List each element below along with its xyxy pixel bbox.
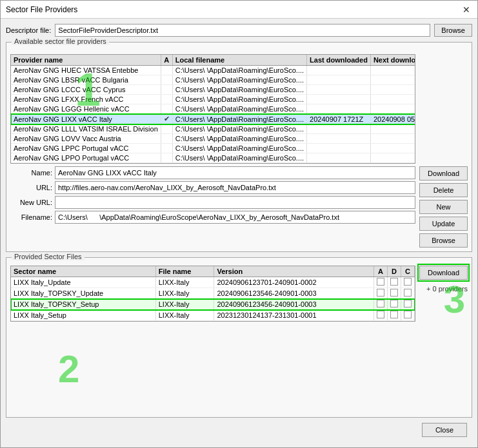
list-item[interactable]: LIXX Italy_Setup LIXX-Italy 202312301241… — [11, 310, 415, 321]
provider-name-cell: AeroNav GNG LCCC vACC Cyprus — [11, 85, 161, 95]
close-icon[interactable]: ✕ — [461, 4, 472, 15]
col-c: C — [401, 266, 415, 277]
provider-name-cell: AeroNav GNG LPPC Portugal vACC — [11, 144, 161, 153]
available-table-container[interactable]: Provider name A Local filename Last down… — [10, 54, 415, 164]
descriptor-row: Descriptor file: Browse — [6, 24, 472, 37]
col-last-downloaded: Last downloaded — [307, 55, 371, 66]
last-downloaded-cell — [307, 153, 371, 163]
local-filename-cell: C:\Users\ \AppData\Roaming\EuroSco.... — [172, 66, 306, 75]
version-cell: 20240906123456-240901-0003 — [214, 299, 374, 310]
next-download-cell — [370, 144, 415, 153]
table-row[interactable]: AeroNav GNG LPPC Portugal vACC C:\Users\… — [11, 144, 415, 153]
sector-name-cell: LIXX Italy_Setup — [11, 310, 155, 321]
download-button[interactable]: Download — [419, 166, 468, 180]
col-sector-name: Sector name — [11, 266, 155, 277]
last-downloaded-cell — [307, 75, 371, 85]
a-cell — [161, 134, 172, 144]
local-filename-cell: C:\Users\ \AppData\Roaming\EuroSco.... — [172, 124, 306, 134]
provider-name-cell: AeroNav GNG LIXX vACC Italy — [11, 114, 161, 124]
close-button[interactable]: Close — [422, 423, 467, 437]
table-row[interactable]: AeroNav GNG LBSR vACC Bulgaria C:\Users\… — [11, 75, 415, 85]
browse-filename-button[interactable]: Browse — [419, 233, 468, 248]
c-cell — [401, 288, 415, 299]
url-row: URL: — [10, 181, 415, 194]
list-item[interactable]: LIXX Italy_TOPSKY_Update LIXX-Italy 2024… — [11, 288, 415, 299]
filename-input[interactable] — [55, 211, 415, 224]
table-row[interactable]: AeroNav GNG LPPO Portugal vACC C:\Users\… — [11, 153, 415, 163]
a-cell — [161, 66, 172, 75]
version-cell: 20231230124137-231301-0001 — [214, 310, 374, 321]
last-downloaded-cell — [307, 134, 371, 144]
col-local-filename: Local filename — [172, 55, 306, 66]
title-bar: Sector File Providers ✕ — [1, 1, 477, 19]
next-download-cell — [370, 95, 415, 104]
url-input[interactable] — [55, 181, 415, 194]
table-row[interactable]: AeroNav GNG LCCC vACC Cyprus C:\Users\ \… — [11, 85, 415, 95]
filename-row: Filename: — [10, 211, 415, 224]
next-download-cell — [370, 134, 415, 144]
table-row[interactable]: AeroNav GNG LFXX French vACC C:\Users\ \… — [11, 95, 415, 104]
name-row: Name: — [10, 166, 415, 179]
provided-table: Sector name File name Version A D C LIXX… — [11, 266, 415, 321]
col-next-download: Next download — [370, 55, 415, 66]
a-cell — [161, 144, 172, 153]
table-row[interactable]: AeroNav GNG HUEC VATSSA Entebbe C:\Users… — [11, 66, 415, 75]
provided-download-button[interactable]: Download — [419, 266, 468, 280]
provider-name-cell: AeroNav GNG LOVV Vacc Austria — [11, 134, 161, 144]
a-cell2 — [374, 277, 388, 288]
main-content: Descriptor file: Browse Available sector… — [1, 19, 477, 447]
last-downloaded-cell — [307, 66, 371, 75]
version-cell: 20240906123546-240901-0003 — [214, 288, 374, 299]
d-cell — [388, 299, 401, 310]
table-row[interactable]: AeroNav GNG LOVV Vacc Austria C:\Users\ … — [11, 134, 415, 144]
filename-label: Filename: — [10, 213, 52, 221]
available-section-title: Available sector file providers — [12, 37, 109, 45]
a-cell — [161, 95, 172, 104]
descriptor-input[interactable] — [55, 24, 430, 37]
available-table: Provider name A Local filename Last down… — [11, 55, 415, 163]
last-downloaded-cell — [307, 85, 371, 95]
name-input[interactable] — [55, 166, 415, 179]
list-item[interactable]: LIXX Italy_TOPSKY_Setup LIXX-Italy 20240… — [11, 299, 415, 310]
a-cell — [161, 124, 172, 134]
name-label: Name: — [10, 169, 52, 177]
browse-descriptor-button[interactable]: Browse — [434, 24, 472, 37]
d-cell — [388, 288, 401, 299]
provider-name-cell: AeroNav GNG LPPO Portugal vACC — [11, 153, 161, 163]
a-cell — [161, 85, 172, 95]
new-url-input[interactable] — [55, 196, 415, 209]
last-downloaded-cell: 20240907 1721Z — [307, 114, 371, 124]
table-row[interactable]: AeroNav GNG LLLL VATSIM ISRAEL Division … — [11, 124, 415, 134]
a-cell2 — [374, 288, 388, 299]
local-filename-cell: C:\Users\ \AppData\Roaming\EuroSco.... — [172, 134, 306, 144]
col-d: D — [388, 266, 401, 277]
local-filename-cell: C:\Users\ \AppData\Roaming\EuroSco.... — [172, 153, 306, 163]
table-row[interactable]: AeroNav GNG LGGG Hellenic vACC C:\Users\… — [11, 104, 415, 114]
next-download-cell — [370, 104, 415, 114]
local-filename-cell: C:\Users\ \AppData\Roaming\EuroSco.... — [172, 75, 306, 85]
next-download-cell — [370, 85, 415, 95]
provider-name-cell: AeroNav GNG LBSR vACC Bulgaria — [11, 75, 161, 85]
footer: Close — [6, 420, 472, 442]
sector-name-cell: LIXX Italy_TOPSKY_Setup — [11, 299, 155, 310]
local-filename-cell: C:\Users\ \AppData\Roaming\EuroSco.... — [172, 95, 306, 104]
provided-section-title: Provided Sector Files — [12, 253, 85, 260]
list-item[interactable]: LIXX Italy_Update LIXX-Italy 20240906123… — [11, 277, 415, 288]
delete-button[interactable]: Delete — [419, 183, 468, 197]
update-button[interactable]: Update — [419, 217, 468, 231]
last-downloaded-cell — [307, 124, 371, 134]
table-row[interactable]: AeroNav GNG LIXX vACC Italy ✔ C:\Users\ … — [11, 114, 415, 124]
provider-name-cell: AeroNav GNG HUEC VATSSA Entebbe — [11, 66, 161, 75]
col-a: A — [161, 55, 172, 66]
new-button[interactable]: New — [419, 200, 468, 214]
next-download-cell — [370, 66, 415, 75]
last-downloaded-cell — [307, 104, 371, 114]
a-cell2 — [374, 310, 388, 321]
d-cell — [388, 277, 401, 288]
last-downloaded-cell — [307, 144, 371, 153]
a-cell — [161, 153, 172, 163]
c-cell — [401, 299, 415, 310]
local-filename-cell: C:\Users\ \AppData\Roaming\EuroSco.... — [172, 144, 306, 153]
provided-table-container[interactable]: Sector name File name Version A D C LIXX… — [10, 266, 415, 322]
col-provider-name: Provider name — [11, 55, 161, 66]
